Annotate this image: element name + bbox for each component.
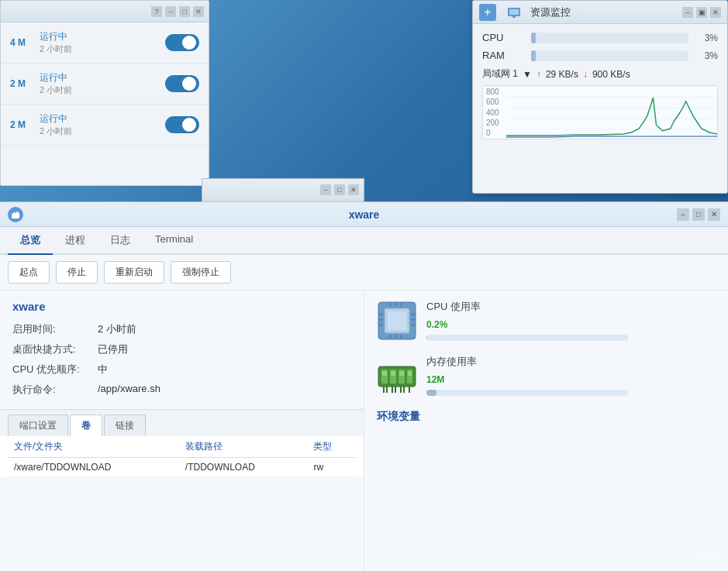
chart-label-0: 0: [486, 129, 499, 137]
service-toggle-3[interactable]: [165, 116, 199, 133]
svg-rect-19: [378, 313, 383, 315]
svg-rect-38: [400, 387, 402, 393]
cloud-icon: [10, 209, 21, 220]
app-name-header: xware: [12, 300, 351, 313]
xware-min-btn[interactable]: –: [677, 208, 689, 221]
svg-rect-2: [512, 16, 516, 18]
svg-rect-33: [408, 371, 412, 376]
svg-rect-20: [378, 318, 383, 321]
net-up-val: 29 KB/s: [546, 69, 578, 80]
svg-rect-1: [509, 9, 519, 15]
btab-ports[interactable]: 端口设置: [8, 414, 68, 436]
info-key-2: CPU 优先顺序:: [12, 363, 98, 377]
stop-btn[interactable]: 停止: [56, 261, 98, 284]
info-row-0: 启用时间: 2 小时前: [12, 322, 351, 336]
service-row-1: 4 M 运行中 2 小时前: [1, 22, 209, 64]
cpu-bar-fill: [531, 33, 536, 43]
btab-volumes[interactable]: 卷: [70, 414, 102, 436]
service-status-group-2: 运行中 2 小时前: [40, 71, 157, 96]
topleft-min-btn[interactable]: –: [165, 6, 176, 17]
svg-rect-17: [395, 335, 397, 339]
svg-rect-31: [391, 371, 395, 376]
svg-rect-30: [382, 371, 387, 376]
chart-labels: 800 600 400 200 0: [486, 86, 499, 139]
service-status-2: 运行中: [40, 71, 157, 84]
mount-cell: /TDDOWNLOAD: [179, 458, 308, 477]
mid-min-btn[interactable]: –: [320, 184, 331, 195]
resource-monitor-title: 资源监控: [530, 5, 571, 19]
service-size-3: 2 M: [10, 119, 32, 130]
chart-label-400: 400: [486, 108, 499, 117]
ram-unit: M: [436, 374, 444, 385]
info-table: 启用时间: 2 小时前 桌面快捷方式: 已停用 CPU 优先顺序: 中 执行命令…: [12, 322, 351, 397]
bottom-tabs: 端口设置 卷 链接: [0, 409, 364, 436]
tab-terminal[interactable]: Terminal: [143, 227, 205, 255]
tab-overview[interactable]: 总览: [8, 227, 53, 255]
service-status-group-1: 运行中 2 小时前: [40, 30, 157, 55]
svg-rect-9: [12, 215, 19, 218]
resource-monitor-restore-btn[interactable]: ▣: [696, 7, 707, 18]
service-toggle-1[interactable]: [165, 34, 199, 51]
restart-btn[interactable]: 重新启动: [104, 261, 164, 284]
svg-rect-18: [400, 335, 402, 339]
ram-label: RAM: [482, 50, 525, 61]
btab-links[interactable]: 链接: [104, 414, 146, 436]
svg-rect-16: [389, 335, 392, 339]
net-dropdown-btn[interactable]: ▼: [523, 69, 532, 80]
net-down-icon: ↓: [583, 69, 588, 80]
svg-rect-39: [403, 387, 405, 393]
xware-close-btn[interactable]: ✕: [708, 208, 720, 221]
resource-monitor-titlebar: + 资源监控 – ▣ ✕: [473, 1, 727, 24]
svg-rect-37: [395, 387, 396, 393]
topleft-titlebar: ? – □ ✕: [1, 1, 209, 22]
svg-rect-12: [388, 311, 406, 330]
service-size-1: 4 M: [10, 37, 32, 48]
tabs-bar: 总览 进程 日志 Terminal: [0, 227, 728, 255]
cpu-bar-bg: [531, 33, 688, 43]
info-key-3: 执行命令:: [12, 383, 98, 397]
info-row-2: CPU 优先顺序: 中: [12, 363, 351, 377]
force-stop-btn[interactable]: 强制停止: [171, 261, 231, 284]
topleft-max-btn[interactable]: □: [179, 6, 190, 17]
resource-monitor-close-btn[interactable]: ✕: [710, 7, 721, 18]
cpu-widget-value: 0.2%: [426, 315, 716, 332]
service-toggle-2[interactable]: [165, 75, 199, 92]
mid-max-btn[interactable]: □: [334, 184, 345, 195]
info-key-1: 桌面快捷方式:: [12, 342, 98, 356]
svg-rect-36: [392, 387, 393, 393]
topleft-close-btn[interactable]: ✕: [193, 6, 204, 17]
file-table: 文件/文件夹 装载路径 类型 /xware/TDDOWNLOAD /TDDOWN…: [8, 436, 356, 477]
ram-widget-info: 内存使用率 12M: [426, 355, 716, 396]
service-time-1: 2 小时前: [40, 43, 157, 55]
svg-rect-22: [411, 313, 416, 315]
chart-label-200: 200: [486, 119, 499, 127]
service-status-1: 运行中: [40, 30, 157, 43]
net-label: 局域网 1: [482, 67, 518, 81]
info-row-3: 执行命令: /app/xware.sh: [12, 383, 351, 397]
file-table-row: /xware/TDDOWNLOAD /TDDOWNLOAD rw: [8, 458, 356, 477]
resource-body: CPU 3% RAM 3% 局域网 1 ▼ ↑ 29 KB/s ↓ 900 KB…: [473, 24, 727, 144]
network-chart-svg: [506, 86, 717, 139]
xware-max-btn[interactable]: □: [692, 208, 705, 221]
xware-app-icon: [8, 207, 23, 222]
resource-monitor-min-btn[interactable]: –: [682, 7, 693, 18]
mid-close-btn[interactable]: ✕: [348, 184, 359, 195]
service-time-2: 2 小时前: [40, 84, 157, 96]
mount-col-header: 装载路径: [179, 436, 308, 458]
tab-process[interactable]: 进程: [53, 227, 98, 255]
cpu-pct: 3%: [695, 33, 718, 43]
ram-widget: 内存使用率 12M: [377, 355, 716, 396]
ram-row: RAM 3%: [482, 50, 718, 61]
tab-log[interactable]: 日志: [98, 227, 143, 255]
topleft-pin-btn[interactable]: ?: [151, 6, 162, 17]
window-topleft: ? – □ ✕ 4 M 运行中 2 小时前 2 M 运行中 2 小时前 2 M …: [0, 0, 209, 186]
start-btn[interactable]: 起点: [8, 261, 50, 284]
cpu-widget-info: CPU 使用率 0.2%: [426, 300, 716, 341]
ram-widget-value: 12M: [426, 370, 716, 387]
file-col-header: 文件/文件夹: [8, 436, 179, 458]
add-monitor-btn[interactable]: +: [479, 4, 496, 21]
ram-widget-icon: [377, 356, 417, 396]
xware-titlebar: xware – □ ✕: [0, 202, 728, 227]
ram-widget-bar: [426, 390, 628, 396]
svg-rect-14: [395, 302, 397, 307]
